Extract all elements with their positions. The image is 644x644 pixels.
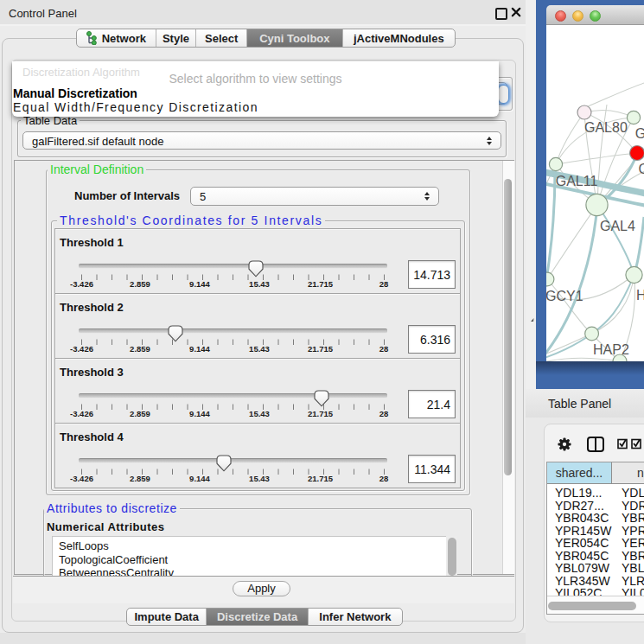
svg-text:GAL4: GAL4 xyxy=(600,219,635,233)
svg-text:C: C xyxy=(639,162,644,176)
svg-text:GA: GA xyxy=(635,126,644,141)
svg-text:GAL80: GAL80 xyxy=(584,120,628,135)
svg-text:GAL11: GAL11 xyxy=(556,174,598,188)
svg-text:H: H xyxy=(636,288,644,303)
svg-text:HAP2: HAP2 xyxy=(593,342,629,357)
svg-text:GCY1: GCY1 xyxy=(546,289,583,303)
